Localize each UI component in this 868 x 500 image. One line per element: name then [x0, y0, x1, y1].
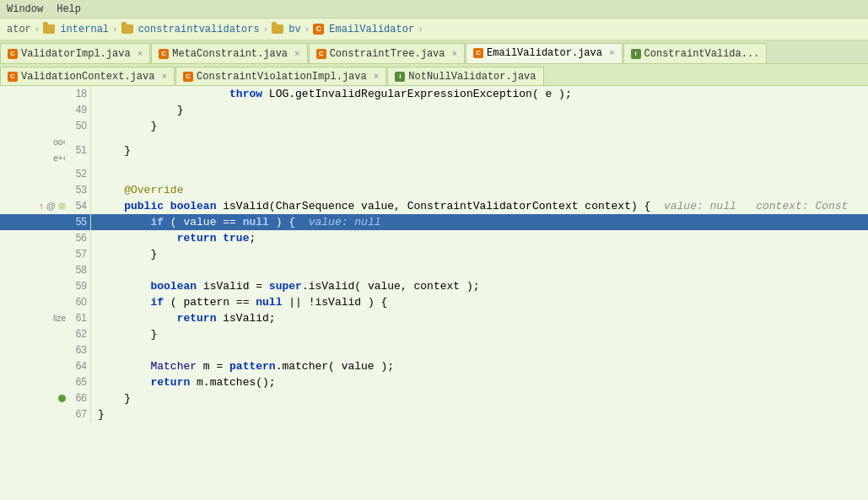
code-content: }: [91, 326, 868, 342]
token: [98, 120, 150, 132]
gutter-label-lize: lize: [53, 310, 66, 326]
dot-icon: [58, 202, 66, 210]
code-line-row: 52: [0, 166, 868, 182]
tab-constraint-tree[interactable]: C ConstraintTree.java ×: [309, 43, 465, 63]
token: isValid(CharSequence value, ConstraintVa…: [216, 200, 664, 212]
token: [98, 248, 150, 261]
code-line-row: 56 return true;: [0, 230, 868, 246]
line-number: 50: [68, 118, 87, 134]
token: [98, 328, 150, 341]
line-number: 55: [68, 214, 87, 230]
tab-close-vc[interactable]: ×: [161, 72, 167, 82]
code-content: return m.matches();: [91, 374, 868, 390]
tab-bar-primary: C ValidatorImpl.java × C MetaConstraint.…: [0, 40, 868, 64]
code-content: boolean isValid = super.isValid( value, …: [91, 278, 868, 294]
code-content: return true;: [91, 230, 868, 246]
breadcrumb-item-email[interactable]: EmailValidator: [329, 24, 414, 35]
code-line-row: 50 }: [0, 118, 868, 134]
breadcrumb-sep5: ›: [418, 24, 423, 35]
breadcrumb-item-cv[interactable]: constraintvalidators: [138, 24, 260, 35]
token: true: [223, 232, 249, 245]
code-line-row: 59 boolean isValid = super.isValid( valu…: [0, 278, 868, 294]
tab-label-mc: MetaConstraint.java: [172, 48, 288, 60]
tab-meta-constraint[interactable]: C MetaConstraint.java ×: [151, 43, 307, 63]
line-gutter: 67: [0, 406, 91, 422]
token: [98, 104, 177, 116]
line-number: 59: [68, 278, 87, 294]
main-content: 18 throw LOG.getInvalidRegularExpression…: [0, 86, 868, 500]
breadcrumb-class-icon-email: C: [313, 24, 324, 35]
line-gutter: oo‹e+‹51: [0, 134, 91, 166]
breadcrumb: ator › internal › constraintvalidators ›…: [0, 19, 868, 40]
line-number: 56: [68, 230, 87, 246]
tab-close-ct[interactable]: ×: [452, 49, 458, 59]
token: }: [124, 144, 131, 157]
line-gutter: 18: [0, 86, 91, 102]
token: null: [256, 296, 282, 309]
line-gutter: 59: [0, 278, 91, 294]
tab-close-cvi[interactable]: ×: [374, 72, 380, 82]
token: boolean: [170, 200, 217, 212]
tab-constraint-valida[interactable]: i ConstraintValida...: [623, 43, 768, 63]
line-number: 65: [68, 374, 87, 390]
token: ( pattern ==: [164, 296, 256, 309]
code-content: }: [91, 102, 868, 118]
tab-close-mc[interactable]: ×: [294, 49, 300, 59]
breadcrumb-folder-icon-internal: [43, 24, 55, 34]
token: [98, 200, 124, 212]
breadcrumb-folder-icon-bv: [272, 24, 283, 34]
line-number: 64: [68, 358, 87, 374]
code-content: [91, 166, 868, 182]
code-line-row: 64 Matcher m = pattern.matcher( value );: [0, 358, 868, 374]
menu-bar: Window Help: [0, 0, 868, 19]
tab-not-null-validator[interactable]: i NotNullValidator.java: [387, 67, 543, 85]
line-number: 66: [68, 390, 87, 406]
breadcrumb-sep4: ›: [305, 24, 310, 35]
token: || !isValid ) {: [282, 296, 387, 309]
line-gutter: 58: [0, 262, 91, 278]
line-gutter: 64: [0, 358, 91, 374]
tab-constraint-violation[interactable]: C ConstraintViolationImpl.java ×: [175, 67, 386, 85]
code-line-row: 60 if ( pattern == null || !isValid ) {: [0, 294, 868, 310]
token: value: null context: Const: [664, 200, 848, 212]
token: m.matches();: [190, 376, 275, 389]
tab-icon-cva: i: [631, 49, 641, 59]
line-number: 61: [68, 310, 87, 326]
line-gutter: 56: [0, 230, 91, 246]
code-content: if ( pattern == null || !isValid ) {: [91, 294, 868, 310]
code-editor[interactable]: 18 throw LOG.getInvalidRegularExpression…: [0, 86, 868, 500]
token: .isValid( value, context );: [302, 280, 480, 293]
tab-icon-vc: C: [8, 72, 18, 82]
line-gutter: 65: [0, 374, 91, 390]
tab-email-validator[interactable]: C EmailValidator.java ×: [466, 43, 622, 63]
menu-item-help[interactable]: Help: [57, 3, 81, 15]
code-content: public boolean isValid(CharSequence valu…: [91, 198, 868, 214]
tab-validator-impl[interactable]: C ValidatorImpl.java ×: [0, 43, 150, 63]
token: [98, 216, 150, 228]
token: [98, 280, 150, 293]
line-gutter: 50: [0, 118, 91, 134]
tab-close-vi[interactable]: ×: [137, 49, 143, 59]
token: if: [150, 216, 164, 228]
line-number: 58: [68, 262, 87, 278]
tab-close-ev[interactable]: ×: [609, 48, 615, 58]
tab-validation-context[interactable]: C ValidationContext.java ×: [0, 67, 175, 85]
token: LOG.: [262, 88, 295, 100]
code-line-row: 63: [0, 342, 868, 358]
menu-item-window[interactable]: Window: [7, 3, 43, 15]
tab-label-vc: ValidationContext.java: [21, 71, 154, 83]
breadcrumb-sep3: ›: [263, 24, 269, 35]
code-content: Matcher m = pattern.matcher( value );: [91, 358, 868, 374]
breadcrumb-sep: ›: [35, 24, 40, 35]
token: [98, 296, 150, 309]
token: if: [150, 296, 164, 309]
token: isValid;: [216, 312, 275, 325]
line-gutter: lize61: [0, 310, 91, 326]
token: public: [124, 200, 164, 212]
tab-label-ct: ConstraintTree.java: [330, 48, 445, 60]
code-content: return isValid;: [91, 310, 868, 326]
breadcrumb-item-internal[interactable]: internal: [60, 24, 109, 35]
line-number: 18: [68, 86, 87, 102]
token: [98, 376, 150, 389]
breadcrumb-item-bv[interactable]: bv: [288, 24, 300, 35]
